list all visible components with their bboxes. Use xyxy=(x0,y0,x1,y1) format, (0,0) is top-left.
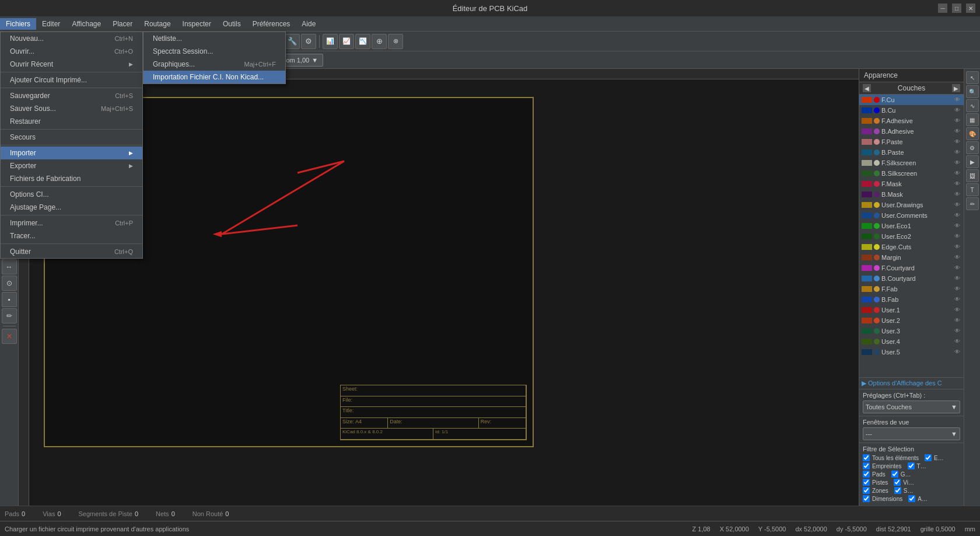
layer-row-b-mask[interactable]: B.Mask👁 xyxy=(859,189,964,200)
layer-row-user-eco2[interactable]: User.Eco2👁 xyxy=(859,231,964,242)
menu-sauvegarder[interactable]: Sauvegarder Ctrl+S xyxy=(1,89,142,102)
layer-row-f-cu[interactable]: F.Cu👁 xyxy=(859,95,964,105)
menu-ajouter-circuit[interactable]: Ajouter Circuit Imprimé... xyxy=(1,74,142,86)
layer-vis-b-mask[interactable]: 👁 xyxy=(954,191,961,198)
menu-quitter[interactable]: Quitter Ctrl+Q xyxy=(1,245,142,258)
layer-row-b-paste[interactable]: B.Paste👁 xyxy=(859,147,964,158)
menu-affichage[interactable]: Affichage xyxy=(66,18,107,30)
frt-select[interactable]: ↖ xyxy=(966,71,979,84)
layer-vis-f-paste[interactable]: 👁 xyxy=(954,138,961,145)
frt-run[interactable]: ▶ xyxy=(966,155,979,168)
layer-vis-b-adhesive[interactable]: 👁 xyxy=(954,128,961,135)
tool-netlist[interactable]: ⊕ xyxy=(372,34,387,49)
filtre-zones[interactable] xyxy=(863,487,870,494)
layer-vis-f-cu[interactable]: 👁 xyxy=(954,96,961,103)
layer-row-margin[interactable]: Margin👁 xyxy=(859,252,964,263)
layer-vis-user-3[interactable]: 👁 xyxy=(954,328,961,335)
menu-nouveau[interactable]: Nouveau... Ctrl+N xyxy=(1,32,142,45)
layer-row-edge-cuts[interactable]: Edge.Cuts👁 xyxy=(859,242,964,252)
layer-vis-f-silkscreen[interactable]: 👁 xyxy=(954,159,961,166)
layer-vis-f-fab[interactable]: 👁 xyxy=(954,286,961,293)
tool-delete[interactable]: ✕ xyxy=(2,329,17,344)
layer-row-b-silkscreen[interactable]: B.Silkscreen👁 xyxy=(859,168,964,179)
frt-inspect[interactable]: 🔍 xyxy=(966,85,979,98)
submenu-import-non-kicad[interactable]: Importation Fichier C.I. Non Kicad... xyxy=(144,71,285,83)
filtre-s[interactable] xyxy=(894,487,901,494)
menu-aide[interactable]: Aide xyxy=(296,18,321,30)
menu-restaurer[interactable]: Restaurer xyxy=(1,115,142,128)
submenu-netliste[interactable]: Netliste... xyxy=(144,32,285,45)
tool-meas[interactable]: ↔ xyxy=(2,259,17,274)
layer-vis-b-cu[interactable]: 👁 xyxy=(954,107,961,114)
presets-dropdown[interactable]: Toutes Couches ▼ xyxy=(863,401,960,413)
menu-outils[interactable]: Outils xyxy=(217,18,247,30)
canvas-content[interactable]: Sheet: File: Title: xyxy=(29,79,859,506)
frt-image[interactable]: 🖼 xyxy=(966,169,979,182)
tool-settings[interactable]: ⚙ xyxy=(301,34,316,49)
tool-cross[interactable]: ⊗ xyxy=(388,34,403,49)
layers-nav-right[interactable]: ▶ xyxy=(952,84,960,92)
layer-row-f-adhesive[interactable]: F.Adhesive👁 xyxy=(859,116,964,126)
canvas-area[interactable]: Sheet: File: Title: xyxy=(19,69,859,506)
tool-drc[interactable]: 📊 xyxy=(323,34,338,49)
tool-stats[interactable]: 📉 xyxy=(355,34,370,49)
filtre-pistes[interactable] xyxy=(863,479,870,486)
frt-pencil[interactable]: ✏ xyxy=(966,197,979,210)
layer-row-b-fab[interactable]: B.Fab👁 xyxy=(859,294,964,305)
frt-settings[interactable]: ⚙ xyxy=(966,141,979,154)
layer-vis-user-eco1[interactable]: 👁 xyxy=(954,222,961,229)
menu-imprimer[interactable]: Imprimer... Ctrl+P xyxy=(1,217,142,229)
menu-ouvrir-recent[interactable]: Ouvrir Récent xyxy=(1,58,142,71)
layer-row-f-paste[interactable]: F.Paste👁 xyxy=(859,137,964,147)
layer-vis-user-2[interactable]: 👁 xyxy=(954,317,961,324)
menu-preferences[interactable]: Préférences xyxy=(247,18,296,30)
layer-vis-b-paste[interactable]: 👁 xyxy=(954,149,961,156)
layer-vis-b-courtyard[interactable]: 👁 xyxy=(954,275,961,282)
menu-routage[interactable]: Routage xyxy=(138,18,176,30)
layer-vis-user-eco2[interactable]: 👁 xyxy=(954,233,961,240)
tool-zone[interactable]: ▪ xyxy=(2,292,17,307)
layer-row-user-1[interactable]: User.1👁 xyxy=(859,305,964,315)
filtre-vi[interactable] xyxy=(894,479,901,486)
layer-vis-user-5[interactable]: 👁 xyxy=(954,349,961,356)
layer-row-b-cu[interactable]: B.Cu👁 xyxy=(859,105,964,116)
filtre-g[interactable] xyxy=(891,471,898,478)
fenetre-dropdown[interactable]: --- ▼ xyxy=(863,427,960,440)
filtre-dimensions[interactable] xyxy=(863,495,870,502)
layer-row-user-3[interactable]: User.3👁 xyxy=(859,326,964,336)
maximize-button[interactable]: □ xyxy=(952,4,961,13)
menu-placer[interactable]: Placer xyxy=(107,18,138,30)
layer-row-user-eco1[interactable]: User.Eco1👁 xyxy=(859,221,964,231)
frt-text[interactable]: T xyxy=(966,183,979,196)
submenu-graphiques[interactable]: Graphiques... Maj+Ctrl+F xyxy=(144,58,285,71)
menu-ajustage[interactable]: Ajustage Page... xyxy=(1,201,142,214)
layer-vis-user-comments[interactable]: 👁 xyxy=(954,212,961,219)
frt-net[interactable]: ∿ xyxy=(966,99,979,112)
menu-exporter[interactable]: Exporter xyxy=(1,159,142,172)
menu-ouvrir[interactable]: Ouvrir... Ctrl+O xyxy=(1,45,142,58)
layer-row-b-adhesive[interactable]: B.Adhesive👁 xyxy=(859,126,964,137)
menu-sauver-sous[interactable]: Sauver Sous... Maj+Ctrl+S xyxy=(1,102,142,115)
frt-color[interactable]: 🎨 xyxy=(966,127,979,140)
layer-vis-f-courtyard[interactable]: 👁 xyxy=(954,264,961,272)
layers-list[interactable]: F.Cu👁B.Cu👁F.Adhesive👁B.Adhesive👁F.Paste👁… xyxy=(859,95,964,377)
tool-via[interactable]: ⊙ xyxy=(2,276,17,291)
menu-importer[interactable]: Importer xyxy=(1,147,142,159)
menu-secours[interactable]: Secours xyxy=(1,131,142,144)
layer-vis-b-fab[interactable]: 👁 xyxy=(954,296,961,303)
filtre-a[interactable] xyxy=(908,495,915,502)
filtre-tous-elements[interactable] xyxy=(863,454,870,461)
menu-options-ci[interactable]: Options CI... xyxy=(1,188,142,201)
filtre-pads[interactable] xyxy=(863,471,870,478)
layer-row-user-comments[interactable]: User.Comments👁 xyxy=(859,210,964,221)
menu-inspecter[interactable]: Inspecter xyxy=(177,18,217,30)
layer-row-f-silkscreen[interactable]: F.Silkscreen👁 xyxy=(859,158,964,168)
menu-tracer[interactable]: Tracer... xyxy=(1,229,142,242)
filtre-empreintes-right[interactable] xyxy=(925,454,932,461)
layer-vis-b-silkscreen[interactable]: 👁 xyxy=(954,170,961,177)
layer-row-f-fab[interactable]: F.Fab👁 xyxy=(859,284,964,294)
filtre-t[interactable] xyxy=(908,462,915,469)
menu-fichiers[interactable]: Fichiers xyxy=(0,18,36,30)
menu-editer[interactable]: Editer xyxy=(36,18,66,30)
layer-vis-edge-cuts[interactable]: 👁 xyxy=(954,243,961,250)
